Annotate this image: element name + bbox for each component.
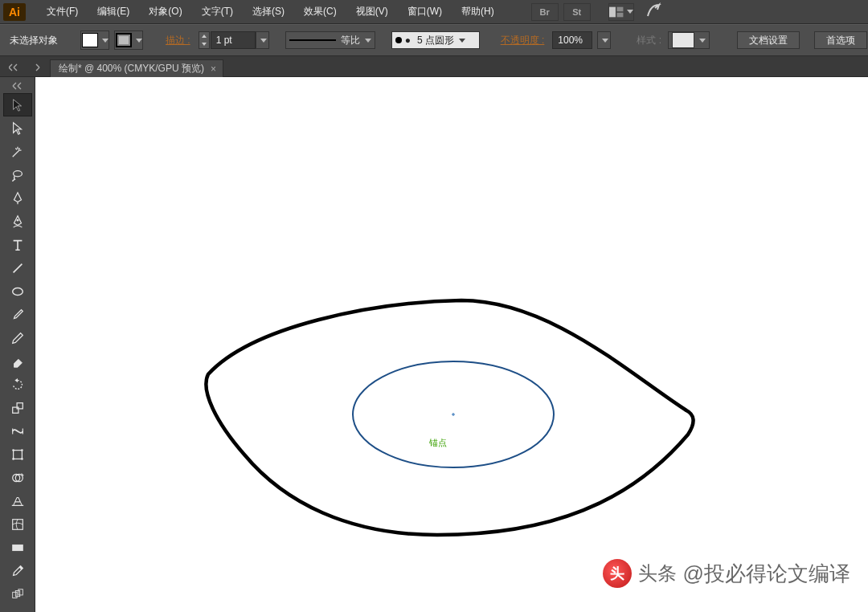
ellipse-tool[interactable] — [3, 279, 32, 303]
svg-point-11 — [21, 449, 23, 451]
graphic-style[interactable] — [668, 31, 710, 49]
brush-definition[interactable]: ● 5 点圆形 — [391, 31, 480, 49]
opacity-dropdown[interactable] — [597, 31, 611, 49]
menu-file[interactable]: 文件(F) — [37, 0, 88, 24]
panel-toggle-secondary-icon[interactable] — [26, 59, 50, 76]
svg-rect-21 — [15, 590, 19, 596]
svg-rect-17 — [12, 545, 23, 550]
svg-rect-16 — [12, 519, 23, 529]
stroke-profile-icon — [289, 38, 336, 43]
menu-bar: Ai 文件(F) 编辑(E) 对象(O) 文字(T) 选择(S) 效果(C) 视… — [0, 0, 868, 24]
gpu-performance-icon[interactable] — [645, 2, 661, 21]
watermark-prefix: 头条 — [638, 561, 677, 586]
width-tool[interactable] — [3, 419, 32, 443]
menu-type[interactable]: 文字(T) — [192, 0, 243, 24]
app-badge: Ai — [3, 3, 26, 21]
work-area: 锚点 头 头条 @投必得论文编译 — [0, 77, 868, 612]
gradient-tool[interactable] — [3, 536, 32, 559]
watermark: 头 头条 @投必得论文编译 — [603, 559, 850, 588]
document-setup-button[interactable]: 文档设置 — [737, 31, 800, 49]
menu-edit[interactable]: 编辑(E) — [88, 0, 139, 24]
eyedropper-tool[interactable] — [3, 559, 32, 582]
rotate-tool[interactable] — [3, 373, 32, 396]
tools-panel — [0, 77, 35, 612]
stroke-label[interactable]: 描边 : — [162, 34, 194, 47]
control-bar: 未选择对象 描边 : 1 pt 等比 ● 5 点圆形 不透明度 : 100% 样… — [0, 24, 868, 56]
menu-view[interactable]: 视图(V) — [346, 0, 398, 24]
panel-toggle-icon[interactable] — [2, 59, 26, 76]
arrange-documents-icon[interactable] — [608, 3, 634, 21]
smart-guide-label: 锚点 — [429, 437, 447, 449]
pencil-tool[interactable] — [3, 326, 32, 349]
stroke-color-icon — [116, 33, 132, 47]
svg-point-6 — [12, 288, 23, 295]
svg-rect-0 — [609, 6, 616, 17]
fill-color-icon — [82, 33, 98, 47]
svg-line-5 — [13, 263, 22, 272]
menu-window[interactable]: 窗口(W) — [398, 0, 452, 24]
free-transform-tool[interactable] — [3, 443, 32, 466]
svg-rect-8 — [17, 402, 23, 408]
stock-button[interactable]: St — [563, 3, 591, 21]
document-tab-title: 绘制* @ 400% (CMYK/GPU 预览) — [59, 62, 204, 75]
opacity-field[interactable]: 100% — [552, 31, 592, 49]
stroke-swatch[interactable] — [114, 31, 143, 50]
blend-tool[interactable] — [3, 582, 32, 606]
outer-path — [206, 300, 693, 535]
svg-point-3 — [13, 170, 22, 176]
tools-collapse-icon[interactable] — [6, 79, 30, 93]
selection-status: 未选择对象 — [10, 34, 58, 47]
svg-rect-20 — [12, 592, 16, 598]
style-label: 样式 : — [635, 34, 663, 47]
menu-object[interactable]: 对象(O) — [139, 0, 191, 24]
bridge-button[interactable]: Br — [531, 3, 559, 21]
stepper-arrows-icon[interactable] — [199, 31, 210, 49]
opacity-label[interactable]: 不透明度 : — [497, 34, 548, 47]
type-tool[interactable] — [3, 233, 32, 256]
watermark-text: @投必得论文编译 — [683, 560, 850, 588]
canvas[interactable]: 锚点 头 头条 @投必得论文编译 — [35, 77, 868, 612]
curvature-tool[interactable] — [3, 210, 32, 233]
brush-name: 5 点圆形 — [417, 34, 454, 47]
eraser-tool[interactable] — [3, 349, 32, 373]
direct-selection-tool[interactable] — [3, 116, 32, 140]
pen-tool[interactable] — [3, 186, 32, 210]
profile-label: 等比 — [341, 34, 360, 47]
svg-rect-1 — [616, 6, 623, 11]
svg-point-12 — [12, 458, 14, 460]
shape-builder-tool[interactable] — [3, 466, 32, 489]
scale-tool[interactable] — [3, 396, 32, 419]
variable-width-profile[interactable]: 等比 — [285, 31, 375, 49]
stroke-weight-dropdown[interactable] — [256, 31, 269, 49]
menu-effect[interactable]: 效果(C) — [294, 0, 346, 24]
selection-tool[interactable] — [3, 93, 32, 116]
line-segment-tool[interactable] — [3, 256, 32, 279]
preferences-button[interactable]: 首选项 — [814, 31, 867, 49]
svg-rect-7 — [12, 407, 18, 413]
svg-rect-2 — [616, 12, 623, 17]
menu-help[interactable]: 帮助(H) — [452, 0, 504, 24]
document-tab-strip: 绘制* @ 400% (CMYK/GPU 预览) × — [0, 56, 868, 77]
svg-point-4 — [16, 218, 18, 221]
svg-rect-22 — [18, 589, 22, 594]
document-tab[interactable]: 绘制* @ 400% (CMYK/GPU 预览) × — [50, 59, 223, 77]
close-tab-icon[interactable]: × — [211, 63, 216, 75]
mesh-tool[interactable] — [3, 512, 32, 536]
perspective-grid-tool[interactable] — [3, 489, 32, 512]
artwork — [35, 77, 868, 612]
stroke-weight-stepper[interactable]: 1 pt — [199, 31, 269, 49]
lasso-tool[interactable] — [3, 163, 32, 186]
svg-rect-9 — [13, 450, 22, 459]
style-swatch-icon — [672, 32, 694, 48]
stroke-weight-field[interactable]: 1 pt — [211, 31, 256, 49]
paintbrush-tool[interactable] — [3, 303, 32, 326]
menu-select[interactable]: 选择(S) — [243, 0, 294, 24]
fill-swatch[interactable] — [80, 31, 109, 50]
magic-wand-tool[interactable] — [3, 140, 32, 163]
brush-preview-icon: ● — [395, 35, 411, 46]
svg-point-10 — [12, 449, 14, 451]
svg-point-13 — [21, 458, 23, 460]
watermark-logo-icon: 头 — [603, 559, 632, 588]
